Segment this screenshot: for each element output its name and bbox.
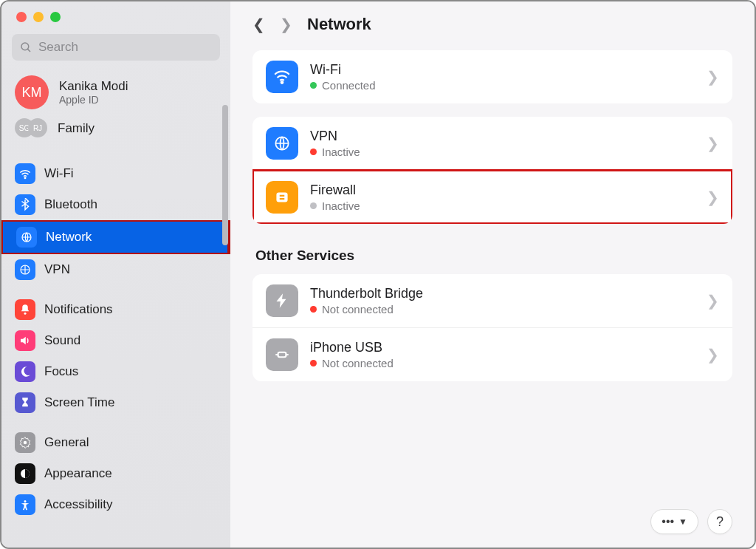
row-thunderbolt-bridge[interactable]: Thunderbolt Bridge Not connected ❯ [252, 274, 732, 327]
row-status: Not connected [322, 303, 394, 316]
window-controls [1, 12, 230, 34]
status-dot-red [310, 149, 317, 155]
sidebar-item-apple-id[interactable]: KM Kanika Modi Apple ID [1, 71, 230, 114]
moon-icon [15, 361, 35, 382]
sidebar-item-family[interactable]: SG RJ Family [1, 114, 230, 149]
svg-rect-11 [276, 193, 287, 202]
sidebar-item-general[interactable]: General [1, 427, 230, 458]
close-window-button[interactable] [16, 12, 27, 22]
main-panel: ❮ ❯ Network Wi-Fi Connected ❯ VPN Inacti… [230, 1, 755, 548]
sidebar-item-vpn[interactable]: VPN [1, 254, 230, 285]
row-title: Wi-Fi [310, 62, 695, 78]
minimize-window-button[interactable] [33, 12, 44, 22]
thunderbolt-icon [266, 284, 298, 317]
sidebar-item-label: Notifications [44, 302, 113, 317]
user-name: Kanika Modi [59, 79, 128, 94]
sidebar-item-label: Screen Time [44, 395, 114, 410]
row-iphone-usb[interactable]: iPhone USB Not connected ❯ [252, 327, 732, 381]
accessibility-icon [15, 494, 35, 515]
chevron-down-icon: ▼ [678, 516, 687, 527]
svg-rect-12 [278, 352, 286, 358]
help-button[interactable]: ? [707, 509, 732, 534]
svg-point-0 [21, 43, 29, 50]
more-options-button[interactable]: ••• ▼ [650, 509, 698, 534]
sidebar-item-label: Wi-Fi [44, 166, 74, 181]
row-firewall[interactable]: Firewall Inactive ❯ [252, 170, 732, 224]
svg-point-2 [24, 177, 26, 179]
sidebar-item-label: Network [46, 230, 92, 245]
avatar-initials: KM [22, 85, 42, 100]
family-label: Family [58, 121, 94, 136]
vpn-firewall-group: VPN Inactive ❯ Firewall Inactive ❯ [252, 117, 732, 224]
svg-point-9 [281, 81, 284, 83]
nav-back-button[interactable]: ❮ [252, 16, 265, 33]
gear-icon [15, 432, 35, 453]
row-title: Firewall [310, 183, 695, 198]
network-services-group: Wi-Fi Connected ❯ [252, 50, 732, 103]
chevron-right-icon: ❯ [707, 346, 719, 364]
globe-icon [16, 227, 37, 248]
sidebar-item-focus[interactable]: Focus [1, 356, 230, 387]
svg-point-6 [24, 441, 27, 445]
svg-line-1 [27, 49, 30, 52]
row-title: Thunderbolt Bridge [310, 286, 695, 301]
sidebar-item-notifications[interactable]: Notifications [1, 294, 230, 325]
settings-window: Search KM Kanika Modi Apple ID SG RJ Fam… [0, 0, 756, 549]
sidebar-item-label: Focus [44, 364, 78, 379]
status-dot-red [310, 306, 317, 313]
chevron-right-icon: ❯ [707, 188, 719, 206]
maximize-window-button[interactable] [50, 12, 61, 22]
bell-icon [15, 299, 35, 320]
avatar: KM [15, 75, 49, 109]
sidebar-item-label: Sound [44, 333, 80, 348]
status-dot-green [310, 82, 317, 89]
svg-point-5 [24, 313, 27, 315]
sidebar: Search KM Kanika Modi Apple ID SG RJ Fam… [1, 1, 230, 548]
sidebar-item-sound[interactable]: Sound [1, 325, 230, 356]
row-status: Inactive [322, 200, 360, 212]
row-status: Inactive [322, 146, 360, 158]
iphone-usb-icon [266, 338, 298, 371]
sidebar-item-network[interactable]: Network [3, 222, 227, 253]
speaker-icon [15, 330, 35, 351]
firewall-icon [266, 181, 298, 214]
other-services-group: Thunderbolt Bridge Not connected ❯ iPhon… [252, 274, 732, 381]
row-status: Not connected [322, 357, 394, 369]
sidebar-item-label: Accessibility [44, 497, 113, 512]
sidebar-item-bluetooth[interactable]: Bluetooth [1, 189, 230, 220]
row-wifi[interactable]: Wi-Fi Connected ❯ [252, 50, 732, 103]
sidebar-item-accessibility[interactable]: Accessibility [1, 489, 230, 520]
sidebar-item-label: Bluetooth [44, 197, 97, 212]
wifi-icon [15, 163, 35, 184]
search-icon [19, 41, 32, 54]
svg-point-8 [24, 500, 27, 502]
status-dot-gray [310, 202, 317, 209]
ellipsis-icon: ••• [662, 515, 674, 528]
sidebar-item-label: General [44, 435, 89, 450]
search-input[interactable]: Search [12, 34, 220, 61]
appearance-icon [15, 463, 35, 484]
wifi-icon [266, 61, 298, 93]
search-placeholder: Search [38, 40, 78, 55]
help-icon: ? [716, 514, 724, 530]
main-header: ❮ ❯ Network [252, 15, 732, 34]
nav-forward-button: ❯ [280, 16, 292, 33]
family-avatar-2: RJ [28, 118, 47, 137]
section-other-services: Other Services [255, 248, 729, 264]
footer: ••• ▼ ? [252, 491, 732, 534]
sidebar-item-wifi[interactable]: Wi-Fi [1, 158, 230, 189]
sidebar-item-label: VPN [44, 262, 70, 277]
sidebar-scrollbar[interactable] [222, 105, 228, 245]
row-status: Connected [322, 79, 376, 92]
row-title: iPhone USB [310, 340, 695, 355]
chevron-right-icon: ❯ [707, 68, 719, 86]
hourglass-icon [15, 392, 35, 413]
vpn-icon [266, 127, 298, 160]
vpn-icon [15, 259, 35, 280]
sidebar-item-label: Appearance [44, 466, 112, 481]
page-title: Network [307, 15, 371, 34]
sidebar-item-screen-time[interactable]: Screen Time [1, 387, 230, 418]
sidebar-item-appearance[interactable]: Appearance [1, 458, 230, 489]
bluetooth-icon [15, 194, 35, 215]
row-vpn[interactable]: VPN Inactive ❯ [252, 117, 732, 170]
